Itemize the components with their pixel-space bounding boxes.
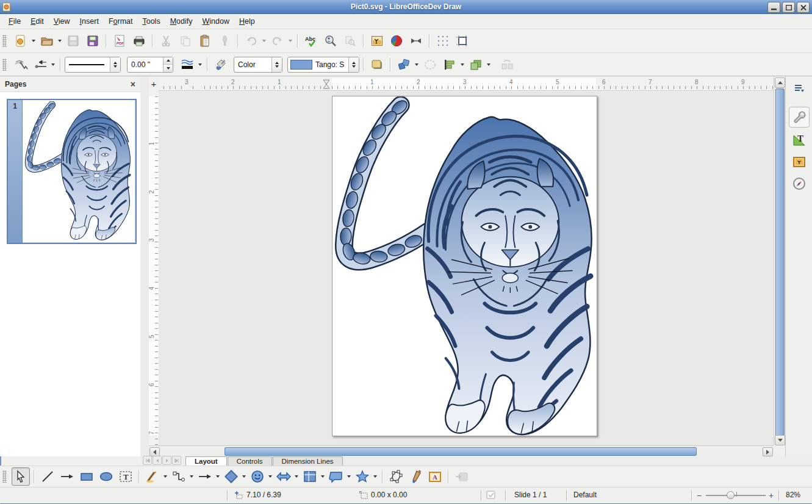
menu-item[interactable]: Insert	[75, 15, 104, 27]
points-button[interactable]	[387, 467, 405, 486]
curve-button[interactable]	[143, 467, 162, 486]
first-page-button[interactable]	[143, 456, 152, 465]
scroll-down-button[interactable]	[775, 435, 785, 445]
flip-button[interactable]	[421, 56, 439, 74]
arrange-button[interactable]	[467, 56, 485, 74]
horizontal-scrollbar[interactable]	[149, 445, 774, 457]
page-thumbnail[interactable]: 1	[7, 99, 137, 244]
ellipse-button[interactable]	[97, 467, 115, 486]
line-width-spin[interactable]	[163, 57, 173, 72]
sidebar-navigator-button[interactable]	[789, 174, 809, 193]
lines-arrows-dropdown-arrow[interactable]	[216, 475, 220, 478]
panel-splitter[interactable]	[140, 76, 149, 456]
scroll-left-button[interactable]	[149, 447, 160, 456]
redo-button[interactable]	[268, 32, 287, 50]
previous-page-button[interactable]	[153, 456, 162, 465]
stars-dropdown-arrow[interactable]	[373, 475, 377, 478]
title-bar[interactable]: Pict0.svg - LibreOfficeDev Draw	[0, 0, 812, 14]
undo-dropdown-arrow[interactable]	[262, 40, 266, 42]
vertical-scrollbar[interactable]	[774, 76, 785, 445]
line-arrow-button[interactable]	[58, 467, 76, 486]
export-pdf-button[interactable]: PDF	[110, 32, 129, 50]
distribute-button[interactable]	[498, 56, 516, 74]
toolbar-grip[interactable]	[2, 470, 7, 483]
vertical-scroll-thumb[interactable]	[775, 88, 785, 437]
pages-panel-close-icon[interactable]: ×	[131, 79, 135, 89]
drawing-page[interactable]	[332, 96, 597, 436]
layer-tab[interactable]: Dimension Lines	[273, 456, 343, 466]
rotate-dropdown-arrow[interactable]	[415, 63, 419, 66]
menu-item[interactable]: Format	[104, 15, 138, 27]
drawing-canvas[interactable]	[159, 92, 774, 445]
menu-item[interactable]: View	[49, 15, 75, 27]
connector-dropdown-arrow[interactable]	[190, 475, 193, 478]
tiger-drawing[interactable]	[332, 96, 597, 436]
zoom-in-button[interactable]: +	[769, 491, 774, 500]
flowchart-button[interactable]	[301, 467, 319, 486]
arrow-style-dropdown-arrow[interactable]	[51, 63, 55, 66]
menu-item[interactable]: Tools	[137, 15, 165, 27]
display-grid-button[interactable]	[434, 32, 452, 50]
stars-button[interactable]	[353, 467, 372, 486]
rectangle-button[interactable]	[77, 467, 96, 486]
insert-image-button[interactable]	[368, 32, 386, 50]
last-page-button[interactable]	[172, 456, 181, 465]
basic-shapes-button[interactable]	[222, 467, 240, 486]
save-button[interactable]	[64, 32, 82, 50]
fill-color-spin[interactable]	[348, 57, 359, 72]
text-box-button[interactable]: T	[117, 467, 135, 486]
paste-button[interactable]	[196, 32, 214, 50]
zoom-slider-track[interactable]	[706, 495, 766, 496]
callouts-button[interactable]	[327, 467, 345, 486]
sidebar-settings-button[interactable]	[789, 79, 809, 98]
open-button[interactable]	[38, 32, 56, 50]
clone-formatting-button[interactable]	[215, 32, 234, 50]
sidebar-shapes-button[interactable]: T	[789, 130, 809, 149]
menu-item[interactable]: Window	[197, 15, 234, 27]
line-width-input[interactable]: 0.00 "	[127, 57, 173, 73]
edit-points-button[interactable]	[12, 56, 30, 74]
symbol-shapes-dropdown-arrow[interactable]	[268, 475, 272, 478]
page-style[interactable]: Default	[573, 491, 597, 499]
fill-style-spin[interactable]	[271, 57, 282, 72]
arrange-dropdown-arrow[interactable]	[487, 63, 490, 66]
next-page-button[interactable]	[162, 456, 171, 465]
toolbar-grip[interactable]	[2, 59, 7, 71]
insert-chart-button[interactable]	[387, 32, 406, 50]
sidebar-gallery-button[interactable]	[789, 152, 809, 171]
arrow-style-button[interactable]	[31, 56, 49, 74]
helplines-button[interactable]	[453, 32, 472, 50]
horizontal-ruler[interactable]: 321123456789	[159, 78, 774, 91]
cut-button[interactable]	[157, 32, 175, 50]
open-dropdown-arrow[interactable]	[58, 40, 62, 42]
zoom-level[interactable]: 82%	[786, 491, 800, 499]
new-document-button[interactable]	[12, 32, 30, 50]
find-replace-button[interactable]	[341, 32, 359, 50]
redo-dropdown-arrow[interactable]	[289, 40, 292, 42]
save-as-button[interactable]	[84, 32, 102, 50]
curve-dropdown-arrow[interactable]	[163, 475, 167, 478]
document-modified-indicator[interactable]	[486, 491, 496, 500]
zoom-slider-handle[interactable]	[727, 491, 735, 499]
line-color-dropdown-arrow[interactable]	[198, 63, 202, 66]
fill-color-select[interactable]: Tango: S	[287, 57, 359, 73]
layer-tab[interactable]: Controls	[228, 456, 272, 466]
horizontal-scroll-thumb[interactable]	[225, 447, 697, 456]
block-arrows-dropdown-arrow[interactable]	[295, 475, 298, 478]
lines-arrows-button[interactable]	[196, 467, 214, 486]
align-dropdown-arrow[interactable]	[461, 63, 464, 66]
insert-from-file-button[interactable]	[453, 467, 471, 486]
ruler-origin-marker[interactable]	[323, 79, 330, 89]
maximize-button[interactable]	[782, 2, 795, 13]
vertical-ruler[interactable]: 1234567	[149, 92, 159, 445]
shadow-button[interactable]	[368, 56, 386, 74]
area-style-button[interactable]	[212, 56, 230, 74]
select-button[interactable]	[12, 467, 30, 486]
symbol-shapes-button[interactable]	[248, 467, 267, 486]
toolbar-grip[interactable]	[2, 35, 7, 47]
connector-button[interactable]	[170, 467, 188, 486]
print-button[interactable]	[130, 32, 148, 50]
close-button[interactable]	[797, 2, 810, 13]
align-objects-button[interactable]	[440, 56, 459, 74]
block-arrows-button[interactable]	[275, 467, 293, 486]
